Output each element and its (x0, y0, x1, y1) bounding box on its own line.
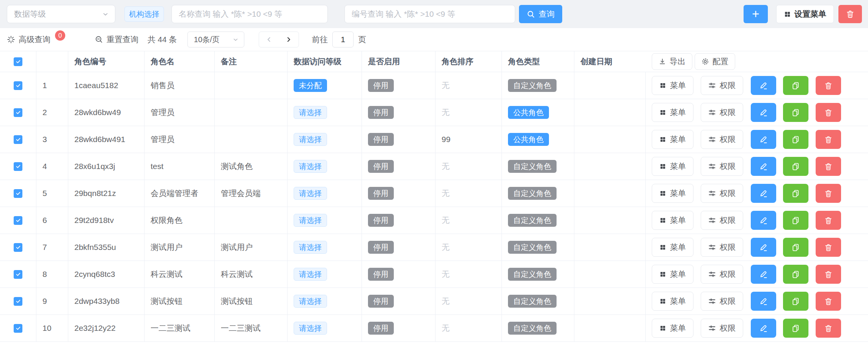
row-edit-button[interactable] (751, 103, 776, 122)
row-permission-button[interactable]: 权限 (701, 184, 743, 203)
access-level-button[interactable]: 请选择 (294, 133, 327, 146)
row-checkbox[interactable] (14, 162, 22, 171)
row-checkbox[interactable] (14, 135, 22, 144)
row-edit-button[interactable] (751, 157, 776, 176)
role-type-button[interactable]: 自定义角色 (508, 160, 557, 173)
row-checkbox[interactable] (14, 324, 22, 333)
config-button[interactable]: 配置 (695, 53, 735, 70)
role-type-button[interactable]: 自定义角色 (508, 295, 557, 308)
row-copy-button[interactable] (783, 157, 808, 176)
row-copy-button[interactable] (783, 211, 808, 230)
advanced-query-button[interactable]: 高级查询 0 (7, 34, 65, 45)
row-edit-button[interactable] (751, 238, 776, 257)
row-copy-button[interactable] (783, 76, 808, 95)
role-type-button[interactable]: 自定义角色 (508, 214, 557, 227)
row-edit-button[interactable] (751, 130, 776, 149)
code-search-input[interactable] (344, 5, 515, 23)
row-delete-button[interactable] (816, 76, 841, 95)
row-menu-button[interactable]: 菜单 (652, 211, 693, 230)
row-copy-button[interactable] (783, 184, 808, 203)
enabled-status-button[interactable]: 停用 (368, 106, 394, 119)
row-delete-button[interactable] (816, 265, 841, 284)
reset-query-button[interactable]: 重置查询 (95, 34, 138, 45)
row-checkbox[interactable] (14, 189, 22, 198)
row-edit-button[interactable] (751, 292, 776, 311)
access-level-button[interactable]: 未分配 (294, 79, 327, 92)
add-button[interactable]: + (744, 5, 768, 23)
row-delete-button[interactable] (816, 319, 841, 338)
row-permission-button[interactable]: 权限 (701, 76, 743, 95)
row-delete-button[interactable] (816, 184, 841, 203)
row-checkbox[interactable] (14, 297, 22, 306)
row-checkbox[interactable] (14, 81, 22, 90)
batch-delete-button[interactable] (838, 5, 862, 23)
role-type-button[interactable]: 公共角色 (508, 106, 549, 119)
row-permission-button[interactable]: 权限 (701, 319, 743, 338)
row-edit-button[interactable] (751, 319, 776, 338)
row-permission-button[interactable]: 权限 (701, 292, 743, 311)
enabled-status-button[interactable]: 停用 (368, 187, 394, 200)
enabled-status-button[interactable]: 停用 (368, 214, 394, 227)
access-level-button[interactable]: 请选择 (294, 187, 327, 200)
name-search-input[interactable] (171, 5, 328, 23)
prev-page-button[interactable] (259, 32, 279, 47)
enabled-status-button[interactable]: 停用 (368, 133, 394, 146)
row-copy-button[interactable] (783, 292, 808, 311)
row-edit-button[interactable] (751, 184, 776, 203)
row-checkbox[interactable] (14, 243, 22, 252)
data-level-select[interactable]: 数据等级 (7, 5, 115, 23)
row-permission-button[interactable]: 权限 (701, 157, 743, 176)
row-copy-button[interactable] (783, 103, 808, 122)
row-edit-button[interactable] (751, 76, 776, 95)
export-button[interactable]: 导出 (652, 53, 692, 70)
next-page-button[interactable] (279, 32, 299, 47)
row-delete-button[interactable] (816, 292, 841, 311)
row-permission-button[interactable]: 权限 (701, 103, 743, 122)
row-menu-button[interactable]: 菜单 (652, 319, 693, 338)
search-button[interactable]: 查询 (519, 5, 562, 23)
row-copy-button[interactable] (783, 238, 808, 257)
access-level-button[interactable]: 请选择 (294, 160, 327, 173)
page-size-select[interactable]: 10条/页 (187, 32, 244, 47)
row-permission-button[interactable]: 权限 (701, 211, 743, 230)
row-delete-button[interactable] (816, 238, 841, 257)
row-menu-button[interactable]: 菜单 (652, 157, 693, 176)
row-copy-button[interactable] (783, 265, 808, 284)
row-permission-button[interactable]: 权限 (701, 130, 743, 149)
access-level-button[interactable]: 请选择 (294, 322, 327, 335)
row-delete-button[interactable] (816, 157, 841, 176)
role-type-button[interactable]: 公共角色 (508, 133, 549, 146)
role-type-button[interactable]: 自定义角色 (508, 187, 557, 200)
row-menu-button[interactable]: 菜单 (652, 103, 693, 122)
row-edit-button[interactable] (751, 211, 776, 230)
access-level-button[interactable]: 请选择 (294, 106, 327, 119)
row-delete-button[interactable] (816, 130, 841, 149)
row-permission-button[interactable]: 权限 (701, 265, 743, 284)
org-select-button[interactable]: 机构选择 (124, 6, 164, 22)
row-edit-button[interactable] (751, 265, 776, 284)
enabled-status-button[interactable]: 停用 (368, 79, 394, 92)
role-type-button[interactable]: 自定义角色 (508, 268, 557, 281)
row-menu-button[interactable]: 菜单 (652, 265, 693, 284)
row-menu-button[interactable]: 菜单 (652, 130, 693, 149)
goto-page-input[interactable] (332, 32, 354, 47)
row-menu-button[interactable]: 菜单 (652, 184, 693, 203)
row-delete-button[interactable] (816, 103, 841, 122)
row-checkbox[interactable] (14, 270, 22, 279)
row-menu-button[interactable]: 菜单 (652, 76, 693, 95)
access-level-button[interactable]: 请选择 (294, 241, 327, 254)
row-copy-button[interactable] (783, 130, 808, 149)
row-permission-button[interactable]: 权限 (701, 238, 743, 257)
role-type-button[interactable]: 自定义角色 (508, 79, 557, 92)
access-level-button[interactable]: 请选择 (294, 268, 327, 281)
row-checkbox[interactable] (14, 108, 22, 117)
row-menu-button[interactable]: 菜单 (652, 238, 693, 257)
set-menu-button[interactable]: 设置菜单 (776, 5, 834, 23)
enabled-status-button[interactable]: 停用 (368, 241, 394, 254)
row-copy-button[interactable] (783, 319, 808, 338)
row-checkbox[interactable] (14, 216, 22, 225)
access-level-button[interactable]: 请选择 (294, 214, 327, 227)
row-menu-button[interactable]: 菜单 (652, 292, 693, 311)
access-level-button[interactable]: 请选择 (294, 295, 327, 308)
row-delete-button[interactable] (816, 211, 841, 230)
